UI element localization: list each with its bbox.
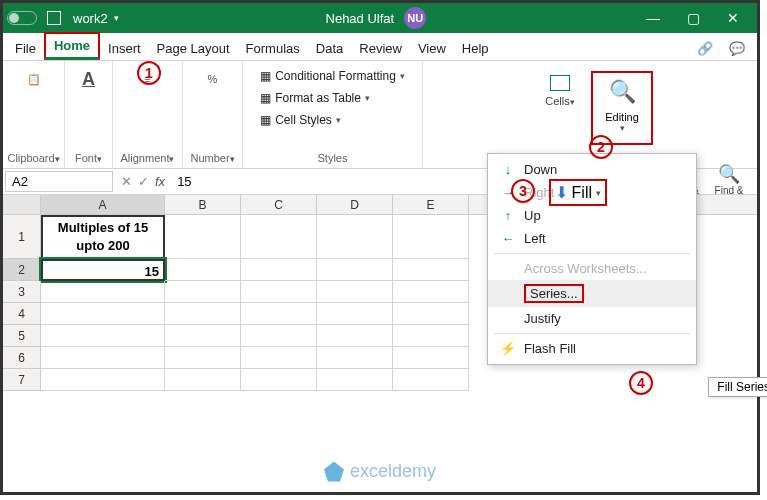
annotation-2: 2 <box>589 135 613 159</box>
save-icon[interactable] <box>47 11 61 25</box>
font-button[interactable]: A <box>75 65 103 93</box>
find-select-button[interactable]: 🔍Find & <box>711 163 747 196</box>
row-header-2[interactable]: 2 <box>3 259 41 281</box>
cell-c1[interactable] <box>241 215 317 259</box>
format-as-table-button[interactable]: ▦ Format as Table ▾ <box>260 87 405 109</box>
arrow-up-icon: ↑ <box>500 208 516 223</box>
search-icon: 🔍 <box>593 79 651 105</box>
row-header-4[interactable]: 4 <box>3 303 41 325</box>
tab-data[interactable]: Data <box>308 37 351 60</box>
flash-fill-icon: ⚡ <box>500 341 516 356</box>
col-header-e[interactable]: E <box>393 195 469 214</box>
editing-group[interactable]: 🔍 Editing ▾ <box>591 71 653 145</box>
title-bar: work2 ▾ Nehad Ulfat NU — ▢ ✕ <box>3 3 757 33</box>
tab-insert[interactable]: Insert <box>100 37 149 60</box>
font-label: Font <box>75 152 97 164</box>
comments-button[interactable]: 💬 <box>721 37 753 60</box>
row-header-6[interactable]: 6 <box>3 347 41 369</box>
restore-button[interactable]: ▢ <box>673 10 713 26</box>
ribbon-tabs: File Home Insert Page Layout Formulas Da… <box>3 33 757 61</box>
cell-e1[interactable] <box>393 215 469 259</box>
arrow-down-icon: ↓ <box>500 162 516 177</box>
fill-series-tooltip: Fill Series <box>708 377 767 397</box>
user-name: Nehad Ulfat <box>326 11 395 26</box>
fill-up[interactable]: ↑Up <box>488 204 696 227</box>
row-header-3[interactable]: 3 <box>3 281 41 303</box>
cell-a1[interactable]: Multiples of 15 upto 200 <box>41 215 165 259</box>
fill-across-worksheets: Across Worksheets... <box>488 257 696 280</box>
name-box[interactable]: A2 <box>5 171 113 192</box>
tab-formulas[interactable]: Formulas <box>238 37 308 60</box>
tab-help[interactable]: Help <box>454 37 497 60</box>
cell-b1[interactable] <box>165 215 241 259</box>
row-header-7[interactable]: 7 <box>3 369 41 391</box>
fx-icon[interactable]: fx <box>155 174 165 189</box>
watermark: exceldemy <box>324 461 436 482</box>
alignment-label: Alignment <box>121 152 170 164</box>
clipboard-label: Clipboard <box>7 152 54 164</box>
doc-title: work2 <box>73 11 108 26</box>
annotation-3: 3 <box>511 179 535 203</box>
annotation-1: 1 <box>137 61 161 85</box>
col-header-d[interactable]: D <box>317 195 393 214</box>
cells-icon <box>550 75 570 91</box>
fill-button[interactable]: ⬇ Fill ▾ <box>549 179 607 206</box>
number-label: Number <box>190 152 229 164</box>
cells-label: Cells <box>545 95 569 107</box>
editing-label: Editing <box>605 111 639 123</box>
arrow-left-icon: ← <box>500 231 516 246</box>
col-header-a[interactable]: A <box>41 195 165 214</box>
exceldemy-logo-icon <box>324 462 344 482</box>
share-button[interactable]: 🔗 <box>689 37 721 60</box>
minimize-button[interactable]: — <box>633 10 673 26</box>
cell-e2[interactable] <box>393 259 469 281</box>
cell-d1[interactable] <box>317 215 393 259</box>
cell-a2[interactable]: 15 <box>41 259 165 281</box>
row-header-5[interactable]: 5 <box>3 325 41 347</box>
fx-confirm-icon[interactable]: ✓ <box>138 174 149 189</box>
tab-view[interactable]: View <box>410 37 454 60</box>
tab-home[interactable]: Home <box>44 32 100 60</box>
fill-justify[interactable]: Justify <box>488 307 696 330</box>
tab-file[interactable]: File <box>7 37 44 60</box>
select-all-corner[interactable] <box>3 195 41 214</box>
flash-fill[interactable]: ⚡Flash Fill <box>488 337 696 360</box>
cell-styles-button[interactable]: ▦ Cell Styles ▾ <box>260 109 405 131</box>
clipboard-button[interactable]: 📋 <box>20 65 48 93</box>
conditional-formatting-button[interactable]: ▦ Conditional Formatting ▾ <box>260 65 405 87</box>
tab-review[interactable]: Review <box>351 37 410 60</box>
fill-series[interactable]: Series... <box>488 280 696 307</box>
col-header-b[interactable]: B <box>165 195 241 214</box>
cell-d2[interactable] <box>317 259 393 281</box>
fx-cancel-icon[interactable]: ✕ <box>121 174 132 189</box>
close-button[interactable]: ✕ <box>713 10 753 26</box>
row-header-1[interactable]: 1 <box>3 215 41 259</box>
col-header-c[interactable]: C <box>241 195 317 214</box>
fill-down[interactable]: ↓Down <box>488 158 696 181</box>
cells-group[interactable]: Cells▾ <box>539 75 581 107</box>
styles-label: Styles <box>318 152 348 168</box>
avatar[interactable]: NU <box>404 7 426 29</box>
cell-b2[interactable] <box>165 259 241 281</box>
annotation-4: 4 <box>629 371 653 395</box>
fill-left[interactable]: ←Left <box>488 227 696 250</box>
number-button[interactable]: % <box>199 65 227 93</box>
chevron-down-icon[interactable]: ▾ <box>114 13 119 23</box>
autosave-toggle[interactable] <box>7 11 37 25</box>
tab-page-layout[interactable]: Page Layout <box>149 37 238 60</box>
cell-c2[interactable] <box>241 259 317 281</box>
